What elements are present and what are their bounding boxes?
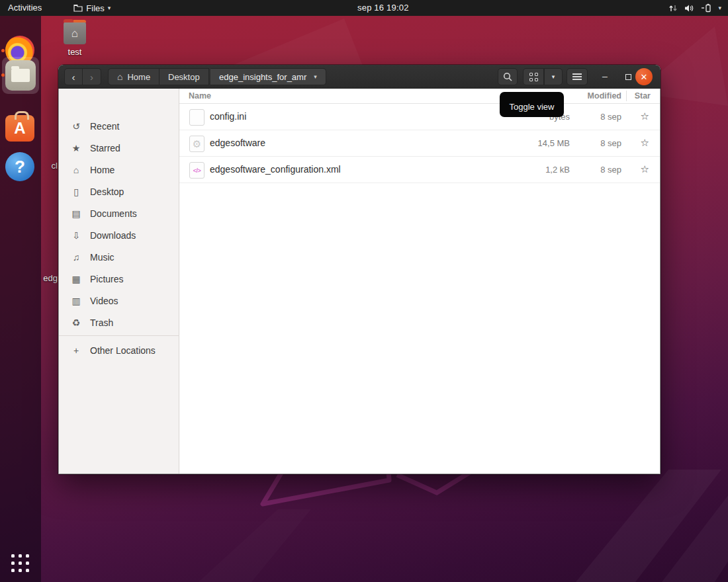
star-toggle-icon[interactable]: ☆ <box>641 163 649 175</box>
star-toggle-icon[interactable]: ☆ <box>641 137 649 149</box>
window-body: ↺ Recent ★ Starred ⌂ Home ▯ Desktop ▤ <box>58 89 660 474</box>
sidebar-item-pictures[interactable]: ▦ Pictures <box>59 268 179 290</box>
volume-icon <box>684 4 694 13</box>
file-row-config-ini[interactable]: config.ini bytes 8 sep ☆ <box>179 104 660 130</box>
chevron-down-icon: ▾ <box>718 5 721 11</box>
sidebar-item-label: Home <box>90 165 114 175</box>
app-menu-files[interactable]: Files ▾ <box>68 0 116 16</box>
breadcrumb-home[interactable]: ⌂ Home <box>108 68 159 85</box>
file-row-edgesoftware[interactable]: ⚙ edgesoftware 14,5 MB 8 sep ☆ <box>179 130 660 157</box>
sidebar-item-label: Documents <box>90 208 137 219</box>
starred-icon: ★ <box>71 143 81 153</box>
sidebar-item-other-locations[interactable]: + Other Locations <box>59 339 179 361</box>
star-toggle-icon[interactable]: ☆ <box>641 110 649 122</box>
search-button[interactable] <box>498 68 518 85</box>
folder-icon <box>73 4 83 12</box>
desktop-icon: ▯ <box>71 187 81 197</box>
file-name: edgesoftware_configuration.xml <box>210 164 341 175</box>
sidebar-item-recent[interactable]: ↺ Recent <box>59 115 179 137</box>
home-icon: ⌂ <box>71 165 81 175</box>
top-bar: Activities Files ▾ sep 16 19:02 ▾ <box>0 0 728 16</box>
close-button[interactable]: ✕ <box>635 68 653 85</box>
code-glyph: </> <box>193 167 201 174</box>
gear-glyph: ⚙ <box>193 138 201 150</box>
folder-icon: ⌂ <box>64 22 86 44</box>
sidebar-item-desktop[interactable]: ▯ Desktop <box>59 181 179 202</box>
desktop-icon-label: test <box>60 47 90 57</box>
text-file-icon <box>189 109 205 126</box>
toggle-view-button[interactable] <box>523 68 544 85</box>
header-bar[interactable]: ‹ › ⌂ Home Desktop edge_insights_for_amr… <box>58 65 660 89</box>
clipped-desktop-label: edg <box>40 273 58 283</box>
network-icon <box>668 4 678 13</box>
window-menu-button[interactable] <box>567 68 588 85</box>
sidebar-separator <box>59 335 179 336</box>
show-applications-button[interactable] <box>11 554 30 573</box>
file-list-pane: Name Modified Star config.ini bytes 8 se… <box>179 89 660 474</box>
sidebar-item-music[interactable]: ♫ Music <box>59 246 179 268</box>
sidebar-item-label: Pictures <box>90 274 124 284</box>
home-emblem-icon: ⌂ <box>71 28 78 39</box>
file-modified: 8 sep <box>600 138 621 148</box>
column-header-modified[interactable]: Modified <box>588 91 621 101</box>
system-tray[interactable]: ▾ <box>668 0 724 16</box>
sidebar-item-documents[interactable]: ▤ Documents <box>59 202 179 224</box>
maximize-button[interactable] <box>619 67 637 86</box>
videos-icon: ▥ <box>71 296 81 306</box>
clock[interactable]: sep 16 19:02 <box>357 0 409 16</box>
column-header-name[interactable]: Name <box>189 91 211 101</box>
folder-shape <box>11 69 30 82</box>
battery-icon <box>701 3 711 13</box>
breadcrumb-desktop[interactable]: Desktop <box>159 68 209 85</box>
column-header-row: Name Modified Star <box>179 89 660 104</box>
column-header-star[interactable]: Star <box>635 91 651 101</box>
toggle-view-tooltip: Toggle view <box>500 92 564 117</box>
dock-item-files[interactable] <box>5 60 36 91</box>
sidebar-item-trash[interactable]: ♻ Trash <box>59 312 179 333</box>
app-menu-label: Files <box>86 3 104 13</box>
dock: A ? <box>0 16 41 582</box>
files-window: ‹ › ⌂ Home Desktop edge_insights_for_amr… <box>58 65 660 474</box>
dock-item-help[interactable]: ? <box>5 152 36 183</box>
file-row-edgesoftware-configuration-xml[interactable]: </> edgesoftware_configuration.xml 1,2 k… <box>179 157 660 183</box>
sidebar-item-home[interactable]: ⌂ Home <box>59 159 179 181</box>
chevron-down-icon: ▾ <box>314 73 317 80</box>
forward-button[interactable]: › <box>83 68 101 85</box>
files-icon <box>5 60 36 91</box>
sidebar-item-label: Videos <box>90 296 118 306</box>
breadcrumb-label: Desktop <box>168 72 200 82</box>
file-size: 14,5 MB <box>538 138 570 148</box>
documents-icon: ▤ <box>71 208 81 219</box>
running-indicator <box>1 49 5 52</box>
file-size: 1,2 kB <box>545 165 570 175</box>
file-modified: 8 sep <box>600 112 621 122</box>
recent-icon: ↺ <box>71 121 81 132</box>
breadcrumb-label: Home <box>127 72 150 82</box>
minimize-button[interactable]: – <box>596 67 614 86</box>
downloads-icon: ⇩ <box>71 230 81 241</box>
executable-file-icon: ⚙ <box>189 136 205 152</box>
file-name: edgesoftware <box>210 138 265 148</box>
maximize-icon <box>625 74 631 80</box>
trash-icon: ♻ <box>71 317 81 328</box>
home-icon: ⌂ <box>117 71 122 82</box>
running-indicator <box>1 73 5 77</box>
sidebar-item-starred[interactable]: ★ Starred <box>59 137 179 159</box>
sidebar-item-downloads[interactable]: ⇩ Downloads <box>59 224 179 246</box>
xml-file-icon: </> <box>189 162 205 179</box>
clipped-desktop-label: cl <box>40 161 58 171</box>
music-icon: ♫ <box>71 252 81 263</box>
activities-button[interactable]: Activities <box>0 0 50 16</box>
view-options-dropdown[interactable]: ▾ <box>544 68 563 85</box>
sidebar-item-label: Recent <box>90 121 119 132</box>
desktop-icon-test[interactable]: ⌂ test <box>60 22 90 57</box>
ubuntu-software-icon: A <box>5 115 34 142</box>
breadcrumb-current-folder[interactable]: edge_insights_for_amr ▾ <box>210 68 326 85</box>
desktop[interactable]: Activities Files ▾ sep 16 19:02 ▾ <box>0 0 728 582</box>
back-button[interactable]: ‹ <box>64 68 83 85</box>
sidebar-item-videos[interactable]: ▥ Videos <box>59 290 179 312</box>
dock-item-ubuntu-software[interactable]: A <box>5 112 36 142</box>
plus-icon: + <box>71 345 81 356</box>
sidebar-item-label: Downloads <box>90 230 136 241</box>
sidebar-item-label: Music <box>90 252 114 263</box>
